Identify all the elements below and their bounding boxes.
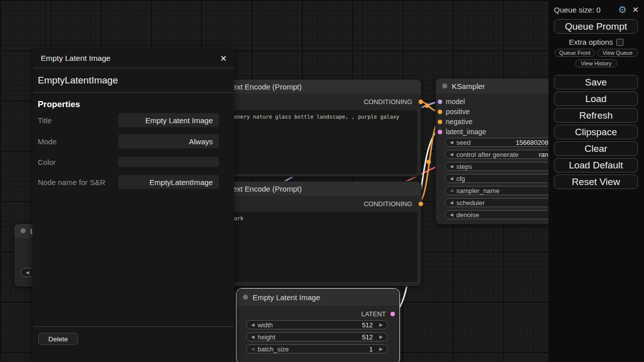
output-slot-label: LATENT [361, 310, 386, 318]
decrement-icon[interactable]: ◀ [26, 270, 29, 275]
decrement-icon[interactable]: ◀ [251, 335, 255, 339]
node-type-value: EmptyLatentImage [38, 75, 118, 86]
latent-dot-icon[interactable] [438, 130, 442, 134]
collapse-dot-icon[interactable] [21, 228, 26, 233]
node-title-bar[interactable]: P Text Encode (Prompt) [206, 79, 421, 94]
load-button[interactable]: Load [554, 92, 638, 106]
negative-prompt-textarea[interactable]: watermark [211, 212, 417, 282]
decrement-icon[interactable]: ◀ [251, 323, 255, 327]
input-slot-label: positive [446, 108, 469, 116]
close-icon[interactable]: ✕ [220, 54, 227, 63]
node-clip-text-encode-negative[interactable]: P Text Encode (Prompt) CONDITIONING wate… [205, 181, 422, 287]
decrement-icon[interactable]: ◀ [450, 201, 453, 205]
save-button[interactable]: Save [554, 75, 638, 89]
widget-value: 1 [369, 345, 373, 353]
decrement-icon[interactable]: ◀ [251, 347, 255, 351]
decrement-icon[interactable]: ◀ [450, 189, 453, 193]
node-name-input[interactable]: EmptyLatentImage [118, 175, 219, 189]
reset-view-button[interactable]: Reset View [554, 174, 638, 189]
increment-icon[interactable]: ▶ [379, 323, 383, 327]
node-clip-text-encode-positive[interactable]: P Text Encode (Prompt) CONDITIONING ful … [205, 79, 422, 177]
collapse-dot-icon[interactable] [442, 83, 447, 88]
comfyui-workspace: L ◀ P Text Encode (Prompt) CONDITIONING … [0, 0, 644, 362]
input-slot-model[interactable]: model [436, 98, 465, 106]
input-slot-positive[interactable]: positive [436, 108, 469, 116]
load-default-button[interactable]: Load Default [554, 158, 638, 172]
widget-label: steps [456, 163, 472, 170]
view-queue-button[interactable]: View Queue [597, 49, 638, 57]
properties-section-title: Properties [38, 100, 234, 110]
widget-label: batch_size [258, 345, 289, 353]
decrement-icon[interactable]: ◀ [450, 140, 453, 145]
output-slot-label: CONDITIONING [364, 98, 412, 106]
widget-batch-size[interactable]: ◀ batch_size 1 ▶ [246, 344, 388, 353]
property-label: Title [38, 116, 52, 125]
collapse-dot-icon[interactable] [243, 295, 248, 300]
widget-label: width [258, 321, 273, 329]
conditioning-output-slot[interactable]: CONDITIONING [364, 200, 421, 208]
widget-label: sampler_name [456, 187, 500, 195]
queue-front-button[interactable]: Queue Front [554, 49, 595, 57]
conditioning-output-slot[interactable]: CONDITIONING [364, 98, 421, 106]
property-label: Color [38, 158, 56, 166]
mode-select[interactable]: Always [118, 134, 219, 148]
color-input[interactable] [118, 157, 219, 167]
increment-icon[interactable]: ▶ [379, 335, 383, 339]
widget-width[interactable]: ◀ width 512 ▶ [246, 320, 388, 329]
extra-options-checkbox[interactable] [616, 39, 623, 46]
model-dot-icon[interactable] [438, 100, 442, 104]
decrement-icon[interactable]: ◀ [450, 213, 453, 217]
delete-button[interactable]: Delete [38, 333, 78, 345]
input-slot-label: latent_image [446, 128, 486, 136]
widget-value: 1566802087 [516, 139, 552, 146]
widget-label: cfg [456, 175, 465, 183]
title-input[interactable]: Empty Latent Image [118, 113, 219, 127]
decrement-icon[interactable]: ◀ [450, 152, 453, 157]
decrement-icon[interactable]: ◀ [450, 164, 453, 169]
conditioning-dot-icon[interactable] [419, 100, 423, 104]
settings-gear-icon[interactable]: ⚙ [618, 5, 627, 15]
input-slot-label: model [446, 98, 465, 106]
node-title: Empty Latent Image [253, 293, 320, 302]
widget-height[interactable]: ◀ height 512 ▶ [246, 332, 388, 341]
conditioning-dot-icon[interactable] [419, 202, 423, 206]
positive-prompt-textarea[interactable]: ful scenery nature glass bottle landscap… [211, 110, 417, 174]
property-label: Node name for S&R [38, 178, 105, 187]
node-type-field[interactable]: EmptyLatentImage [33, 68, 234, 93]
widget-label: control after generate [456, 151, 519, 158]
widget-label: scheduler [456, 199, 485, 207]
latent-dot-icon[interactable] [390, 312, 395, 316]
conditioning-dot-icon[interactable] [438, 120, 442, 124]
node-title-bar[interactable]: Empty Latent Image [236, 289, 399, 306]
node-properties-dialog: Empty Latent Image ✕ EmptyLatentImage Pr… [33, 49, 234, 362]
widget-value: 512 [362, 333, 373, 341]
clear-button[interactable]: Clear [554, 141, 638, 156]
input-slot-label: negative [446, 118, 472, 126]
divider [33, 326, 234, 327]
widget-label: height [258, 333, 275, 341]
latent-output-slot[interactable]: LATENT [361, 310, 395, 318]
decrement-icon[interactable]: ◀ [450, 176, 453, 181]
view-history-button[interactable]: View History [575, 59, 617, 67]
widget-value: 512 [362, 321, 373, 329]
widget-label: seed [456, 139, 470, 146]
queue-size-label: Queue size: 0 [554, 6, 601, 14]
comfy-menu: Queue size: 0 ⚙ ✕ Queue Prompt Extra opt… [548, 0, 644, 362]
refresh-button[interactable]: Refresh [554, 108, 638, 123]
input-slot-latent-image[interactable]: latent_image [436, 128, 486, 136]
close-icon[interactable]: ✕ [632, 6, 639, 14]
node-title: KSampler [452, 82, 485, 90]
queue-prompt-button[interactable]: Queue Prompt [554, 19, 638, 34]
output-slot-label: CONDITIONING [364, 200, 412, 208]
increment-icon[interactable]: ▶ [379, 347, 383, 351]
input-slot-negative[interactable]: negative [436, 118, 472, 126]
node-empty-latent-image[interactable]: Empty Latent Image LATENT ◀ width 512 ▶ … [236, 288, 400, 362]
extra-options-label: Extra options [569, 38, 613, 46]
dialog-title: Empty Latent Image [41, 54, 111, 63]
property-label: Mode [38, 137, 57, 146]
conditioning-dot-icon[interactable] [438, 110, 442, 114]
clipspace-button[interactable]: Clipspace [554, 125, 638, 139]
widget-label: denoise [456, 211, 479, 219]
node-title-bar[interactable]: P Text Encode (Prompt) [206, 182, 421, 196]
